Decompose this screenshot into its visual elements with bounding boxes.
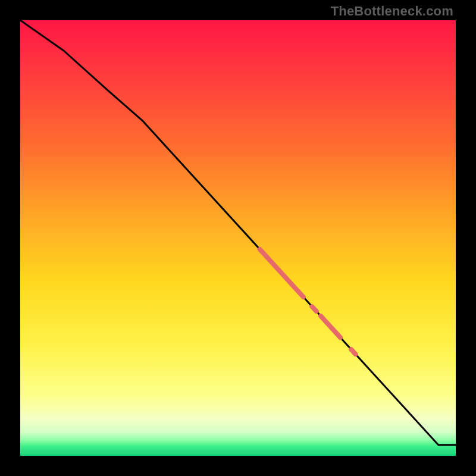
marker-band-1 — [260, 249, 303, 297]
watermark-text: TheBottleneck.com — [331, 4, 453, 19]
marker-band-2 — [321, 316, 340, 337]
chart-stage: TheBottleneck.com — [0, 0, 476, 476]
curve-layer — [20, 20, 456, 456]
marker-dot-1 — [312, 306, 316, 311]
main-curve — [20, 20, 456, 445]
plot-area — [20, 20, 456, 456]
marker-dot-2 — [351, 349, 355, 354]
